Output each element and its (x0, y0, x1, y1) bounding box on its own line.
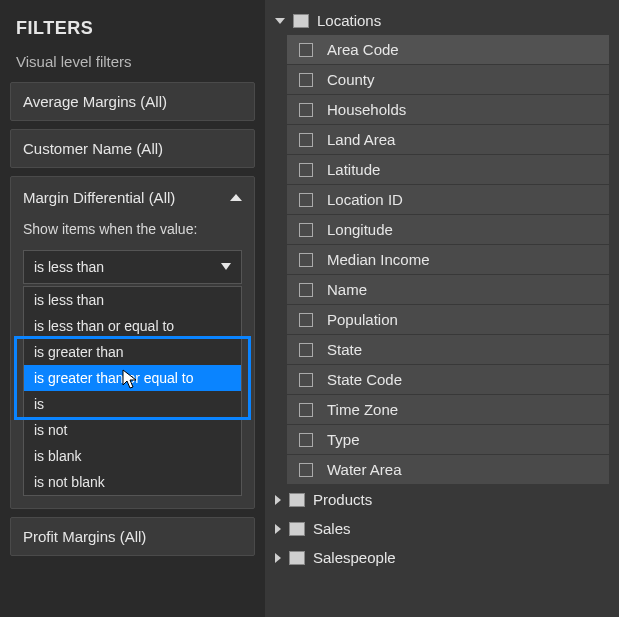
field-label: Longitude (327, 221, 393, 238)
field-row[interactable]: Type (287, 425, 609, 455)
checkbox[interactable] (299, 313, 313, 327)
cursor-icon (122, 369, 140, 394)
field-row[interactable]: Latitude (287, 155, 609, 185)
field-row[interactable]: Median Income (287, 245, 609, 275)
field-label: Location ID (327, 191, 403, 208)
filters-panel: FILTERS Visual level filters Average Mar… (0, 0, 265, 617)
chevron-up-icon (230, 194, 242, 201)
table-node[interactable]: Salespeople (271, 543, 609, 572)
fields-panel: LocationsArea CodeCountyHouseholdsLand A… (265, 0, 619, 617)
field-label: Area Code (327, 41, 399, 58)
field-label: State (327, 341, 362, 358)
field-row[interactable]: State Code (287, 365, 609, 395)
filter-card-label: Customer Name (All) (23, 140, 163, 157)
filter-card-customer-name[interactable]: Customer Name (All) (10, 129, 255, 168)
table-icon (293, 14, 309, 28)
field-label: Water Area (327, 461, 401, 478)
condition-option[interactable]: is less than or equal to (24, 313, 241, 339)
triangle-right-icon (275, 495, 281, 505)
checkbox[interactable] (299, 373, 313, 387)
condition-option[interactable]: is blank (24, 443, 241, 469)
table-node[interactable]: Products (271, 485, 609, 514)
condition-dropdown: is less thanis less than or equal tois g… (23, 286, 242, 496)
table-icon (289, 493, 305, 507)
checkbox[interactable] (299, 103, 313, 117)
checkbox[interactable] (299, 223, 313, 237)
checkbox[interactable] (299, 343, 313, 357)
checkbox[interactable] (299, 253, 313, 267)
field-label: County (327, 71, 375, 88)
checkbox[interactable] (299, 133, 313, 147)
field-label: Type (327, 431, 360, 448)
field-row[interactable]: Location ID (287, 185, 609, 215)
checkbox[interactable] (299, 283, 313, 297)
condition-option[interactable]: is not (24, 417, 241, 443)
field-row[interactable]: Longitude (287, 215, 609, 245)
table-label: Salespeople (313, 549, 396, 566)
checkbox[interactable] (299, 403, 313, 417)
table-icon (289, 522, 305, 536)
field-label: Name (327, 281, 367, 298)
triangle-right-icon (275, 553, 281, 563)
filters-subheader: Visual level filters (16, 53, 249, 70)
table-node[interactable]: Locations (271, 6, 609, 35)
filter-card-margin-differential[interactable]: Margin Differential (All) Show items whe… (10, 176, 255, 509)
condition-select[interactable]: is less than (23, 250, 242, 284)
caret-down-icon (221, 263, 231, 270)
filter-card-label: Average Margins (All) (23, 93, 167, 110)
checkbox[interactable] (299, 193, 313, 207)
filter-card-average-margins[interactable]: Average Margins (All) (10, 82, 255, 121)
field-row[interactable]: Time Zone (287, 395, 609, 425)
table-label: Products (313, 491, 372, 508)
table-node[interactable]: Sales (271, 514, 609, 543)
condition-select-value: is less than (34, 259, 104, 275)
field-label: Population (327, 311, 398, 328)
filter-card-label: Profit Margins (All) (23, 528, 146, 545)
checkbox[interactable] (299, 43, 313, 57)
checkbox[interactable] (299, 433, 313, 447)
condition-option[interactable]: is not blank (24, 469, 241, 495)
table-label: Locations (317, 12, 381, 29)
field-row[interactable]: Area Code (287, 35, 609, 65)
field-label: State Code (327, 371, 402, 388)
field-row[interactable]: County (287, 65, 609, 95)
field-row[interactable]: State (287, 335, 609, 365)
filters-title: FILTERS (16, 18, 249, 39)
field-row[interactable]: Population (287, 305, 609, 335)
checkbox[interactable] (299, 463, 313, 477)
filter-card-profit-margins[interactable]: Profit Margins (All) (10, 517, 255, 556)
filter-instruction: Show items when the value: (23, 220, 197, 240)
field-label: Median Income (327, 251, 430, 268)
field-label: Time Zone (327, 401, 398, 418)
field-label: Latitude (327, 161, 380, 178)
field-list: Area CodeCountyHouseholdsLand AreaLatitu… (287, 35, 609, 485)
table-icon (289, 551, 305, 565)
triangle-down-icon (275, 18, 285, 24)
condition-option[interactable]: is less than (24, 287, 241, 313)
field-label: Households (327, 101, 406, 118)
field-row[interactable]: Name (287, 275, 609, 305)
checkbox[interactable] (299, 163, 313, 177)
field-row[interactable]: Land Area (287, 125, 609, 155)
checkbox[interactable] (299, 73, 313, 87)
filter-card-header[interactable]: Margin Differential (All) (23, 189, 242, 206)
condition-option[interactable]: is (24, 391, 241, 417)
condition-option[interactable]: is greater than (24, 339, 241, 365)
field-row[interactable]: Water Area (287, 455, 609, 485)
field-row[interactable]: Households (287, 95, 609, 125)
triangle-right-icon (275, 524, 281, 534)
table-label: Sales (313, 520, 351, 537)
filter-card-label: Margin Differential (All) (23, 189, 175, 206)
field-label: Land Area (327, 131, 395, 148)
